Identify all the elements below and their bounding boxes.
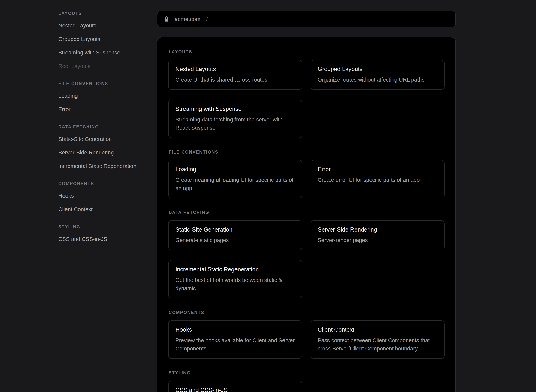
card-loading[interactable]: Loading Create meaningful loading UI for… [168, 160, 302, 198]
card-title: Static-Site Generation [175, 226, 295, 233]
panel-sections: LAYOUTS Nested Layouts Create UI that is… [168, 49, 445, 392]
card-grid: CSS and CSS-in-JS Preview the supported … [168, 381, 445, 392]
sidebar-item-static-site-generation[interactable]: Static-Site Generation [58, 132, 149, 146]
card-title: Error [318, 166, 437, 173]
sidebar-group-data-fetching: DATA FETCHING Static-Site GenerationServ… [58, 124, 149, 173]
address-domain: acme.com [175, 16, 201, 22]
card-title: CSS and CSS-in-JS [175, 386, 295, 392]
section-heading: DATA FETCHING [169, 210, 445, 215]
sidebar-item-hooks[interactable]: Hooks [58, 189, 149, 203]
sidebar-group-list: LoadingError [58, 89, 149, 116]
sidebar-item-css-and-css-in-js[interactable]: CSS and CSS-in-JS [58, 232, 149, 246]
card-streaming-with-suspense[interactable]: Streaming with Suspense Streaming data f… [168, 100, 302, 138]
sidebar-group-heading: LAYOUTS [58, 10, 149, 16]
sidebar-item-loading[interactable]: Loading [58, 89, 149, 103]
card-client-context[interactable]: Client Context Pass context between Clie… [311, 320, 445, 359]
card-description: Streaming data fetching from the server … [175, 115, 295, 132]
card-title: Grouped Layouts [318, 65, 437, 73]
sidebar-group-styling: STYLING CSS and CSS-in-JS [58, 224, 149, 246]
sidebar-item-nested-layouts[interactable]: Nested Layouts [58, 19, 149, 32]
card-server-side-rendering[interactable]: Server-Side Rendering Server-render page… [311, 220, 445, 250]
sidebar-group-list: Static-Site GenerationServer-Side Render… [58, 132, 149, 173]
card-title: Nested Layouts [175, 65, 295, 73]
sidebar-item-client-context[interactable]: Client Context [58, 203, 149, 216]
section-heading: STYLING [169, 370, 445, 375]
card-description: Preview the hooks available for Client a… [175, 336, 295, 353]
sidebar-item-error[interactable]: Error [58, 103, 149, 116]
card-description: Pass context between Client Components t… [318, 336, 437, 353]
sidebar-item-grouped-layouts[interactable]: Grouped Layouts [58, 32, 149, 46]
card-description: Create error UI for specific parts of an… [318, 176, 437, 184]
sidebar-group-heading: STYLING [58, 224, 149, 230]
sidebar-group-heading: COMPONENTS [58, 181, 149, 187]
main-column: acme.com / LAYOUTS Nested Layouts Create… [157, 11, 456, 392]
sidebar-groups: LAYOUTS Nested LayoutsGrouped LayoutsStr… [58, 10, 149, 246]
sidebar-item-incremental-static-regeneration[interactable]: Incremental Static Regeneration [58, 159, 149, 173]
section-components: COMPONENTS Hooks Preview the hooks avail… [168, 310, 445, 359]
sidebar-group-layouts: LAYOUTS Nested LayoutsGrouped LayoutsStr… [58, 10, 149, 73]
sidebar-item-server-side-rendering[interactable]: Server-Side Rendering [58, 146, 149, 159]
card-description: Create UI that is shared across routes [175, 75, 295, 84]
card-title: Incremental Static Regeneration [175, 266, 295, 273]
content-panel: LAYOUTS Nested Layouts Create UI that is… [157, 37, 456, 392]
sidebar-group-list: Nested LayoutsGrouped LayoutsStreaming w… [58, 19, 149, 73]
section-file-conventions: FILE CONVENTIONS Loading Create meaningf… [168, 149, 445, 198]
sidebar-item-root-layouts: Root Layouts [58, 59, 149, 73]
section-heading: COMPONENTS [169, 310, 445, 315]
section-data-fetching: DATA FETCHING Static-Site Generation Gen… [168, 210, 445, 299]
card-grid: Static-Site Generation Generate static p… [168, 220, 445, 299]
card-title: Client Context [318, 326, 437, 334]
card-title: Hooks [175, 326, 295, 334]
card-description: Generate static pages [175, 236, 295, 244]
card-hooks[interactable]: Hooks Preview the hooks available for Cl… [168, 320, 302, 359]
card-grid: Nested Layouts Create UI that is shared … [168, 60, 445, 138]
sidebar-group-heading: FILE CONVENTIONS [58, 81, 149, 86]
sidebar-item-streaming-with-suspense[interactable]: Streaming with Suspense [58, 46, 149, 59]
sidebar-group-list: HooksClient Context [58, 189, 149, 216]
sidebar-group-file-conventions: FILE CONVENTIONS LoadingError [58, 81, 149, 116]
card-static-site-generation[interactable]: Static-Site Generation Generate static p… [168, 220, 302, 250]
card-description: Server-render pages [318, 236, 437, 244]
card-grid: Loading Create meaningful loading UI for… [168, 160, 445, 198]
section-styling: STYLING CSS and CSS-in-JS Preview the su… [168, 370, 445, 392]
sidebar-group-heading: DATA FETCHING [58, 124, 149, 130]
card-title: Streaming with Suspense [175, 105, 295, 113]
card-error[interactable]: Error Create error UI for specific parts… [311, 160, 445, 198]
address-path-separator: / [206, 16, 208, 22]
card-nested-layouts[interactable]: Nested Layouts Create UI that is shared … [168, 60, 302, 90]
sidebar-group-list: CSS and CSS-in-JS [58, 232, 149, 246]
section-heading: LAYOUTS [169, 49, 445, 55]
card-description: Organize routes without affecting URL pa… [318, 75, 437, 84]
section-layouts: LAYOUTS Nested Layouts Create UI that is… [168, 49, 445, 138]
card-css-and-css-in-js[interactable]: CSS and CSS-in-JS Preview the supported … [168, 381, 302, 392]
card-description: Get the best of both worlds between stat… [175, 276, 295, 292]
sidebar-group-components: COMPONENTS HooksClient Context [58, 181, 149, 216]
card-incremental-static-regeneration[interactable]: Incremental Static Regeneration Get the … [168, 260, 302, 299]
address-bar: acme.com / [157, 11, 456, 28]
card-grid: Hooks Preview the hooks available for Cl… [168, 320, 445, 359]
section-heading: FILE CONVENTIONS [169, 149, 445, 155]
lock-icon [164, 16, 169, 22]
card-title: Loading [175, 166, 295, 173]
sidebar-nav: LAYOUTS Nested LayoutsGrouped LayoutsStr… [58, 10, 149, 254]
card-grouped-layouts[interactable]: Grouped Layouts Organize routes without … [311, 60, 445, 90]
card-description: Create meaningful loading UI for specifi… [175, 176, 295, 192]
card-title: Server-Side Rendering [318, 226, 437, 233]
